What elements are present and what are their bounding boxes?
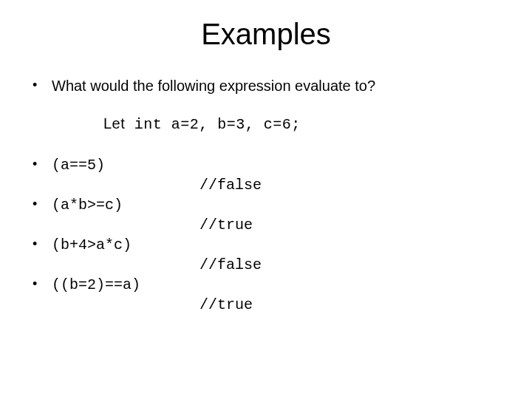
- intro-text: What would the following expression eval…: [52, 78, 375, 94]
- slide-body: What would the following expression eval…: [0, 58, 532, 315]
- expression-text: (a*b>=c): [52, 197, 123, 214]
- let-word: Let: [103, 115, 125, 132]
- slide-title: Examples: [0, 0, 532, 58]
- let-line: Let int a=2, b=3, c=6;: [103, 114, 510, 134]
- result-text: //true: [52, 215, 510, 235]
- expression-list: (a==5) //false (a*b>=c) //true (b+4>a*c)…: [22, 155, 510, 315]
- slide: Examples What would the following expres…: [0, 0, 532, 399]
- result-text: //false: [52, 255, 510, 275]
- list-item: (b+4>a*c) //false: [22, 235, 510, 275]
- list-item: ((b=2)==a) //true: [22, 275, 510, 315]
- expression-text: (b+4>a*c): [52, 236, 132, 253]
- result-text: //true: [52, 295, 510, 315]
- list-item: (a*b>=c) //true: [22, 195, 510, 235]
- let-code: int a=2, b=3, c=6;: [134, 116, 301, 133]
- list-item: (a==5) //false: [22, 155, 510, 195]
- intro-bullet: What would the following expression eval…: [22, 76, 510, 96]
- expression-text: (a==5): [52, 157, 105, 174]
- result-text: //false: [52, 175, 510, 195]
- intro-list: What would the following expression eval…: [22, 76, 510, 96]
- expression-text: ((b=2)==a): [52, 276, 140, 293]
